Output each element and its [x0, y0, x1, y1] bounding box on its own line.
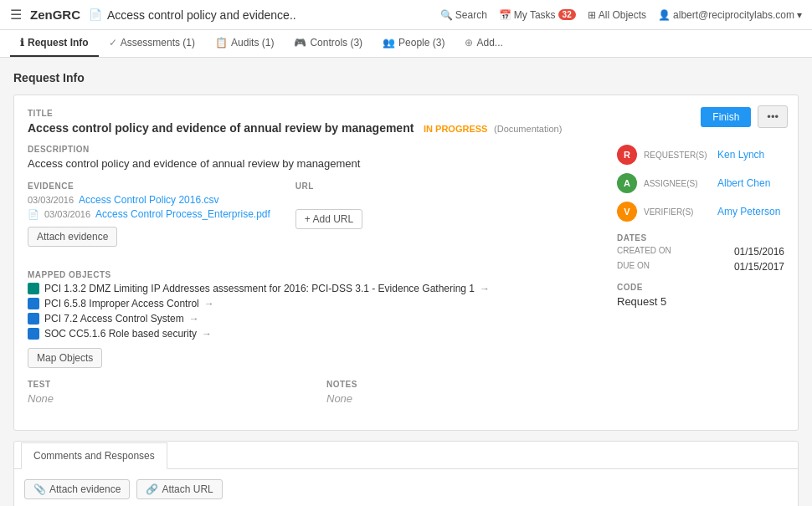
controls-icon: 🎮	[294, 37, 306, 49]
requesters-label: REQUESTER(S)	[644, 151, 711, 160]
card-right: R REQUESTER(S) Ken Lynch A ASSIGNEE(S) A…	[617, 145, 784, 417]
assignee-row: A ASSIGNEE(S) Albert Chen	[617, 173, 784, 193]
test-section: TEST None	[28, 380, 301, 405]
nav-page-title: Access control policy and evidence..	[107, 8, 440, 22]
link-icon: 🔗	[146, 483, 158, 495]
card-title: Access control policy and evidence of an…	[28, 121, 414, 135]
mapped-arrow-3: →	[189, 313, 199, 325]
more-button[interactable]: •••	[758, 105, 788, 128]
mapped-icon-2	[28, 298, 39, 309]
status-type: (Documentation)	[494, 124, 562, 134]
doc-icon: 📄	[89, 8, 102, 21]
test-label: TEST	[28, 380, 301, 389]
dates-section: DATES CREATED ON 01/15/2016 DUE ON 01/15…	[617, 233, 784, 273]
verifiers-label: VERIFIER(S)	[644, 207, 711, 217]
created-on-row: CREATED ON 01/15/2016	[617, 246, 784, 258]
tab-add[interactable]: ⊕ Add...	[455, 30, 512, 57]
calendar-icon: 📅	[499, 9, 511, 21]
add-url-button[interactable]: + Add URL	[296, 209, 362, 229]
card-title-row: TITLE Access control policy and evidence…	[28, 109, 784, 135]
mapped-item-2: PCI 6.5.8 Improper Access Control →	[28, 298, 600, 309]
evidence-section: EVIDENCE 03/03/2016 Access Control Polic…	[28, 181, 270, 247]
test-notes-row: TEST None NOTES None	[28, 380, 600, 405]
pdf-icon: 📄	[28, 209, 39, 220]
my-tasks-button[interactable]: 📅 My Tasks 32	[499, 9, 576, 21]
evidence-link-1[interactable]: Access Control Policy 2016.csv	[79, 194, 218, 206]
grid-icon: ⊞	[588, 9, 596, 21]
brand-logo: ZenGRC	[30, 8, 80, 22]
tab-request-info[interactable]: ℹ Request Info	[10, 30, 99, 57]
description-value: Access control policy and evidence of an…	[28, 157, 600, 170]
search-icon: 🔍	[440, 9, 453, 21]
hamburger-icon[interactable]: ☰	[10, 7, 22, 23]
tab-audits-label: Audits (1)	[231, 37, 274, 49]
mapped-link-3[interactable]: PCI 7.2 Access Control System	[44, 313, 184, 325]
tab-audits[interactable]: 📋 Audits (1)	[205, 30, 284, 57]
code-section: CODE Request 5	[617, 283, 784, 308]
evidence-link-2[interactable]: Access Control Process_Enterprise.pdf	[95, 208, 270, 220]
attach-evidence-button[interactable]: Attach evidence	[28, 227, 117, 247]
mapped-link-4[interactable]: SOC CC5.1.6 Role based security	[44, 328, 197, 340]
description-label: DESCRIPTION	[28, 145, 600, 154]
tab-add-label: Add...	[476, 37, 502, 49]
dates-label: DATES	[617, 233, 784, 243]
notes-section: NOTES None	[326, 380, 600, 405]
mapped-icon-4	[28, 328, 39, 340]
sub-nav: ℹ Request Info ✓ Assessments (1) 📋 Audit…	[0, 30, 812, 58]
mapped-link-1[interactable]: PCI 1.3.2 DMZ Limiting IP Addresses asse…	[44, 283, 475, 294]
created-on-label: CREATED ON	[617, 246, 671, 258]
page-title: Request Info	[13, 71, 799, 84]
evidence-url-row: EVIDENCE 03/03/2016 Access Control Polic…	[28, 181, 600, 258]
tab-people[interactable]: 👥 People (3)	[373, 30, 455, 57]
comments-attach-url-label: Attach URL	[162, 483, 213, 495]
requester-row: R REQUESTER(S) Ken Lynch	[617, 145, 784, 165]
due-on-label: DUE ON	[617, 261, 650, 273]
notes-value: None	[326, 392, 600, 405]
map-objects-button[interactable]: Map Objects	[28, 348, 102, 368]
mapped-item-3: PCI 7.2 Access Control System →	[28, 313, 600, 325]
tab-request-info-label: Request Info	[28, 37, 89, 49]
user-label: albert@reciprocitylabs.com	[673, 9, 794, 21]
add-icon: ⊕	[465, 37, 473, 49]
nav-actions: 🔍 Search 📅 My Tasks 32 ⊞ All Objects 👤 a…	[440, 9, 802, 21]
card-actions: Finish •••	[701, 105, 788, 128]
search-button[interactable]: 🔍 Search	[440, 9, 487, 21]
comments-actions: 📎 Attach evidence 🔗 Attach URL	[24, 479, 788, 499]
comments-attach-url-button[interactable]: 🔗 Attach URL	[136, 479, 222, 499]
all-objects-label: All Objects	[599, 9, 646, 21]
chevron-down-icon: ▾	[797, 9, 802, 21]
mapped-link-2[interactable]: PCI 6.5.8 Improper Access Control	[44, 298, 199, 309]
tab-assessments[interactable]: ✓ Assessments (1)	[99, 30, 205, 57]
page-content: Request Info Finish ••• TITLE Access con…	[0, 58, 812, 506]
user-menu[interactable]: 👤 albert@reciprocitylabs.com ▾	[658, 9, 802, 21]
verifier-name[interactable]: Amy Peterson	[717, 206, 780, 217]
comments-tabs: Comments and Responses	[14, 442, 798, 469]
tab-assessments-label: Assessments (1)	[121, 37, 195, 49]
mapped-item-1: PCI 1.3.2 DMZ Limiting IP Addresses asse…	[28, 283, 600, 294]
paperclip-icon: 📎	[33, 483, 46, 495]
assignees-label: ASSIGNEE(S)	[644, 179, 711, 188]
mapped-item-4: SOC CC5.1.6 Role based security →	[28, 328, 600, 340]
comments-attach-evidence-label: Attach evidence	[49, 483, 121, 495]
comments-tab[interactable]: Comments and Responses	[21, 442, 167, 469]
audits-icon: 📋	[215, 37, 228, 49]
requester-name[interactable]: Ken Lynch	[717, 149, 764, 161]
all-objects-button[interactable]: ⊞ All Objects	[588, 9, 646, 21]
comments-attach-evidence-button[interactable]: 📎 Attach evidence	[24, 479, 130, 499]
verifier-row: V VERIFIER(S) Amy Peterson	[617, 202, 784, 222]
due-on-row: DUE ON 01/15/2017	[617, 261, 784, 273]
mapped-arrow-2: →	[204, 298, 214, 309]
verifier-avatar: V	[617, 202, 637, 222]
mapped-objects-label: MAPPED OBJECTS	[28, 270, 600, 279]
evidence-label: EVIDENCE	[28, 181, 270, 191]
user-icon: 👤	[658, 9, 671, 21]
assignee-avatar: A	[617, 173, 637, 193]
assignee-name[interactable]: Albert Chen	[717, 177, 770, 189]
evidence-list: 03/03/2016 Access Control Policy 2016.cs…	[28, 194, 270, 220]
evidence-item-2: 📄 03/03/2016 Access Control Process_Ente…	[28, 208, 270, 220]
test-value: None	[28, 392, 301, 405]
finish-button[interactable]: Finish	[701, 107, 751, 127]
url-label: URL	[296, 181, 362, 191]
code-value: Request 5	[617, 295, 784, 308]
tab-controls[interactable]: 🎮 Controls (3)	[284, 30, 373, 57]
